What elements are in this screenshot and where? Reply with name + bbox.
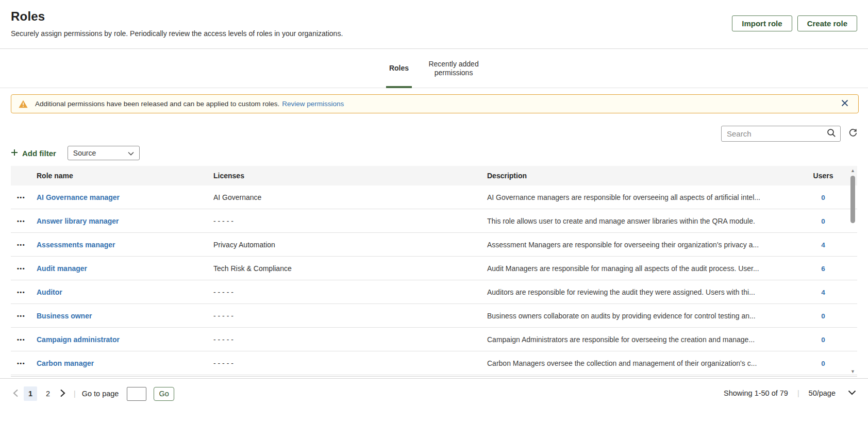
goto-page-input[interactable] <box>127 387 146 401</box>
users-cell: 0 <box>803 217 844 225</box>
scroll-down-icon[interactable]: ▼ <box>850 368 855 375</box>
column-header-role-name: Role name <box>37 172 213 180</box>
vertical-scrollbar[interactable]: ▲ ▼ <box>849 167 856 375</box>
users-cell: 0 <box>803 193 844 201</box>
search-icon <box>827 128 836 139</box>
licenses-cell: - - - - - <box>213 288 487 296</box>
row-actions-button[interactable]: ••• <box>15 311 27 321</box>
users-count-link[interactable]: 0 <box>821 217 825 225</box>
search-input[interactable] <box>722 129 823 138</box>
role-name-cell: AI Governance manager <box>37 193 213 201</box>
row-actions-button[interactable]: ••• <box>15 334 27 345</box>
create-role-button[interactable]: Create role <box>797 15 857 31</box>
licenses-cell: - - - - - <box>213 335 487 344</box>
licenses-cell: - - - - - <box>213 312 487 320</box>
tab-recently-added-permissions-label: Recently added permissions <box>428 60 479 78</box>
role-name-link[interactable]: Audit manager <box>37 264 87 273</box>
filter-row: Add filter Source <box>11 146 140 160</box>
scroll-up-icon[interactable]: ▲ <box>850 167 855 174</box>
description-cell: AI Governance managers are responsible f… <box>487 193 803 201</box>
role-name-link[interactable]: AI Governance manager <box>37 193 120 201</box>
go-button[interactable]: Go <box>154 387 174 401</box>
licenses-cell: - - - - - <box>213 217 487 225</box>
banner-close-button[interactable] <box>839 97 851 111</box>
users-count-link[interactable]: 0 <box>821 312 825 320</box>
table-header-row: Role name Licenses Description Users <box>11 166 857 185</box>
warning-triangle-icon <box>19 100 28 108</box>
role-name-link[interactable]: Business owner <box>37 312 92 320</box>
licenses-cell: Tech Risk & Compliance <box>213 264 487 273</box>
plus-icon <box>11 149 18 158</box>
page-header: Roles Securely assign permissions by rol… <box>0 0 868 49</box>
role-name-link[interactable]: Carbon manager <box>37 359 94 367</box>
add-filter-button[interactable]: Add filter <box>11 149 56 158</box>
role-name-link[interactable]: Answer library manager <box>37 217 119 225</box>
table-row: •••Assessments managerPrivacy Automation… <box>11 233 857 257</box>
users-count-link[interactable]: 6 <box>821 265 825 273</box>
row-actions-cell: ••• <box>11 240 37 250</box>
row-actions-button[interactable]: ••• <box>15 287 27 297</box>
role-name-cell: Assessments manager <box>37 241 213 249</box>
row-actions-button[interactable]: ••• <box>15 240 27 250</box>
description-cell: Business owners collaborate on audits by… <box>487 312 803 320</box>
tab-roles[interactable]: Roles <box>386 49 412 88</box>
row-actions-button[interactable]: ••• <box>15 192 27 202</box>
tab-bar: Roles Recently added permissions <box>0 49 868 88</box>
role-name-link[interactable]: Auditor <box>37 288 62 296</box>
table-row: •••AI Governance managerAI GovernanceAI … <box>11 185 857 209</box>
next-page-button[interactable] <box>58 387 68 401</box>
row-actions-button[interactable]: ••• <box>15 216 27 226</box>
range-info: Showing 1-50 of 79 | 50/page <box>724 388 857 398</box>
table-row: •••Campaign administrator- - - - -Campai… <box>11 328 857 351</box>
role-name-cell: Carbon manager <box>37 359 213 367</box>
refresh-button[interactable] <box>847 127 859 140</box>
role-name-cell: Business owner <box>37 312 213 320</box>
users-cell: 0 <box>803 359 844 367</box>
users-cell: 4 <box>803 241 844 249</box>
per-page-value[interactable]: 50/page <box>809 389 836 397</box>
role-name-link[interactable]: Campaign administrator <box>37 335 120 344</box>
licenses-cell: AI Governance <box>213 193 487 201</box>
scrollbar-track[interactable] <box>849 174 856 368</box>
row-actions-button[interactable]: ••• <box>15 358 27 368</box>
row-actions-button[interactable]: ••• <box>15 263 27 274</box>
search-row <box>721 125 859 142</box>
role-name-cell: Auditor <box>37 288 213 296</box>
import-role-button[interactable]: Import role <box>732 15 792 31</box>
description-cell: Campaign Administrators are responsible … <box>487 335 803 344</box>
page-number-1-current[interactable]: 1 <box>24 386 37 401</box>
table-row: •••Answer library manager- - - - -This r… <box>11 209 857 233</box>
search-button[interactable] <box>823 126 840 141</box>
description-cell: Auditors are responsible for reviewing t… <box>487 288 803 296</box>
users-count-link[interactable]: 4 <box>821 289 825 296</box>
table-row: •••Auditor- - - - -Auditors are responsi… <box>11 280 857 304</box>
goto-page-label: Go to page <box>82 390 119 398</box>
roles-table: Role name Licenses Description Users •••… <box>11 166 857 377</box>
table-body: •••AI Governance managerAI GovernanceAI … <box>11 185 857 375</box>
search-box <box>721 126 841 142</box>
showing-text: Showing 1-50 of 79 <box>724 389 788 397</box>
licenses-cell: - - - - - <box>213 359 487 367</box>
description-cell: This role allows user to create and mana… <box>487 217 803 225</box>
per-page-dropdown-button[interactable] <box>847 388 857 398</box>
review-permissions-link[interactable]: Review permissions <box>282 100 344 108</box>
users-count-link[interactable]: 4 <box>821 241 825 249</box>
source-filter-value: Source <box>73 149 96 157</box>
scrollbar-thumb[interactable] <box>850 176 855 223</box>
tab-recently-added-permissions[interactable]: Recently added permissions <box>425 49 482 88</box>
page-subtitle: Securely assign permissions by role. Per… <box>11 29 343 38</box>
role-name-cell: Answer library manager <box>37 217 213 225</box>
users-count-link[interactable]: 0 <box>821 360 825 367</box>
source-filter-select[interactable]: Source <box>68 146 140 160</box>
row-actions-cell: ••• <box>11 287 37 297</box>
page-number-2[interactable]: 2 <box>41 386 55 401</box>
pager: 12 | Go to page Go <box>11 386 174 401</box>
previous-page-button[interactable] <box>11 387 21 401</box>
row-actions-cell: ••• <box>11 334 37 345</box>
row-actions-cell: ••• <box>11 311 37 321</box>
users-count-link[interactable]: 0 <box>821 194 825 201</box>
role-name-link[interactable]: Assessments manager <box>37 241 115 249</box>
range-separator: | <box>797 389 799 397</box>
row-actions-cell: ••• <box>11 358 37 368</box>
users-count-link[interactable]: 0 <box>821 336 825 344</box>
